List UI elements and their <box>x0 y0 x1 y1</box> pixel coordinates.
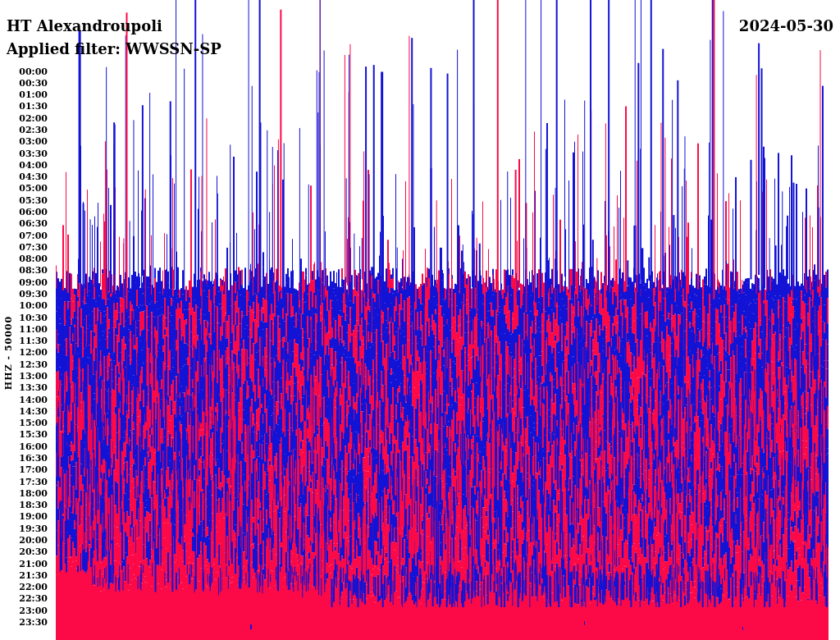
time-label: 12:00 <box>0 348 48 357</box>
time-label: 00:00 <box>0 67 48 76</box>
time-label: 07:30 <box>0 243 48 252</box>
time-label: 01:00 <box>0 90 48 99</box>
time-label: 06:00 <box>0 208 48 217</box>
seismogram-plot <box>0 0 840 640</box>
time-label: 18:30 <box>0 501 48 510</box>
time-label: 01:30 <box>0 102 48 111</box>
time-label: 04:30 <box>0 172 48 181</box>
time-label: 08:00 <box>0 254 48 263</box>
time-label: 13:30 <box>0 383 48 392</box>
time-label: 19:30 <box>0 524 48 533</box>
date-label: 2024-05-30 <box>739 19 833 34</box>
time-label: 03:00 <box>0 137 48 146</box>
time-label: 07:00 <box>0 231 48 240</box>
time-label: 02:30 <box>0 126 48 135</box>
time-label: 15:00 <box>0 418 48 427</box>
time-label: 20:30 <box>0 547 48 556</box>
time-label: 23:30 <box>0 618 48 627</box>
time-label: 05:30 <box>0 196 48 205</box>
time-label: 21:30 <box>0 571 48 580</box>
time-label: 23:00 <box>0 606 48 615</box>
time-label: 19:00 <box>0 512 48 521</box>
time-label: 22:30 <box>0 594 48 603</box>
time-label: 09:30 <box>0 290 48 299</box>
time-label: 17:00 <box>0 465 48 474</box>
time-label: 06:30 <box>0 219 48 228</box>
time-label: 13:00 <box>0 372 48 381</box>
time-label: 03:30 <box>0 149 48 158</box>
time-label: 10:30 <box>0 313 48 322</box>
time-label: 21:00 <box>0 560 48 569</box>
time-label: 05:00 <box>0 184 48 193</box>
time-axis: 00:0000:3001:0001:3002:0002:3003:0003:30… <box>0 0 49 640</box>
time-label: 08:30 <box>0 266 48 275</box>
helicorder-page: HT Alexandroupoli Applied filter: WWSSN-… <box>0 0 840 640</box>
time-label: 10:00 <box>0 301 48 310</box>
time-label: 11:00 <box>0 325 48 334</box>
time-label: 04:00 <box>0 161 48 170</box>
time-label: 00:30 <box>0 79 48 88</box>
time-label: 14:00 <box>0 395 48 405</box>
time-label: 11:30 <box>0 336 48 345</box>
time-label: 15:30 <box>0 430 48 439</box>
time-label: 18:00 <box>0 489 48 498</box>
time-label: 22:00 <box>0 583 48 592</box>
time-label: 12:30 <box>0 360 48 369</box>
time-label: 17:30 <box>0 478 48 487</box>
time-label: 16:00 <box>0 442 48 451</box>
time-label: 20:00 <box>0 536 48 545</box>
time-label: 09:00 <box>0 278 48 287</box>
time-label: 14:30 <box>0 407 48 416</box>
time-label: 16:30 <box>0 454 48 463</box>
time-label: 02:00 <box>0 114 48 123</box>
